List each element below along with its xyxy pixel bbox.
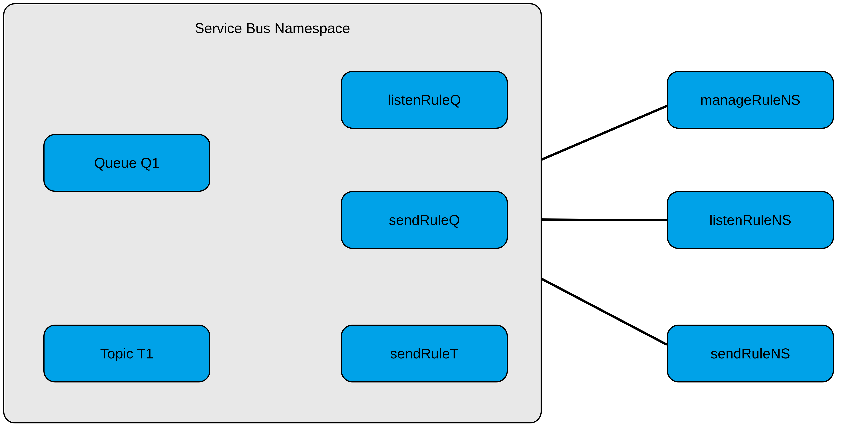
node-label: sendRuleNS — [711, 346, 790, 362]
node-listen-rule-ns: listenRuleNS — [667, 191, 834, 249]
node-label: listenRuleNS — [709, 212, 792, 228]
node-send-rule-q: sendRuleQ — [341, 191, 508, 249]
node-label: Queue Q1 — [94, 155, 160, 171]
edge-ns-listen — [542, 220, 667, 220]
node-listen-rule-q: listenRuleQ — [341, 71, 508, 129]
edge-ns-send — [542, 279, 667, 345]
node-send-rule-t: sendRuleT — [341, 325, 508, 383]
node-label: sendRuleT — [390, 346, 459, 362]
node-label: Topic T1 — [100, 346, 154, 362]
node-topic-t1: Topic T1 — [43, 325, 210, 383]
node-label: sendRuleQ — [389, 212, 460, 228]
namespace-title: Service Bus Namespace — [4, 20, 540, 36]
node-label: listenRuleQ — [388, 92, 461, 108]
node-label: manageRuleNS — [700, 92, 800, 108]
node-queue-q1: Queue Q1 — [43, 134, 210, 192]
node-manage-rule-ns: manageRuleNS — [667, 71, 834, 129]
node-send-rule-ns: sendRuleNS — [667, 325, 834, 383]
edge-ns-manage — [542, 106, 667, 160]
diagram-canvas: Service Bus Namespace Queue Q1 Topic T1 … — [0, 0, 868, 426]
